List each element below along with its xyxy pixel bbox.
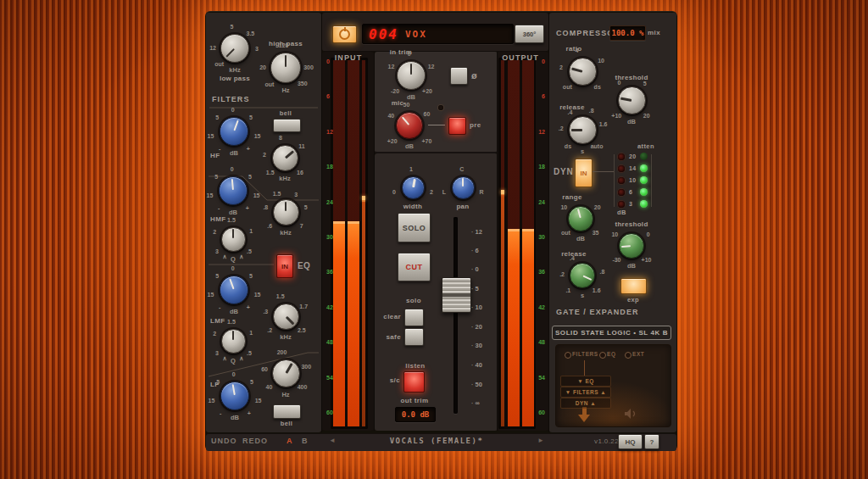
- fader-scale-mark: 20: [471, 323, 482, 331]
- output-meter-peak-bar: [501, 60, 504, 426]
- input-meter-scale: 60: [326, 409, 333, 415]
- input-meter-scale: 30: [326, 234, 333, 240]
- hf-freq-knob[interactable]: 82111.516kHz: [272, 145, 298, 171]
- atten-red-led: [618, 165, 625, 172]
- lmf-gain-knob[interactable]: 0551515-+dB: [220, 276, 248, 304]
- highpass-knob[interactable]: 20120300350outHzhigh pass: [270, 53, 301, 83]
- input-meter-scale: 42: [326, 304, 333, 310]
- fader-scale-mark: 6: [471, 247, 479, 254]
- plugin-screenshot: 004 VOX 360° FILTERS HF HMF LMF LF bell …: [0, 0, 868, 479]
- routing-radio-label: EQ: [607, 351, 616, 357]
- comp-ratio-knob[interactable]: 4210outdsratio: [569, 58, 597, 86]
- output-meter-scale: 12: [533, 129, 545, 135]
- fader-scale-mark: 10: [471, 304, 482, 311]
- lmf-freq-knob[interactable]: 1.5.31.7.22.5kHz: [273, 304, 299, 330]
- fader-scale-mark: ∞: [471, 399, 480, 407]
- input-meter-peak-dot: [362, 196, 365, 200]
- gate-range-knob[interactable]: 1020out35dBrange: [568, 206, 593, 231]
- in-trim-knob[interactable]: 01212-20+20dBin trim: [397, 61, 426, 90]
- atten-green-led: [640, 153, 648, 160]
- lf-freq-knob[interactable]: 2006030040400Hz: [272, 359, 300, 387]
- atten-green-led: [640, 176, 648, 184]
- output-meter-bar: [522, 60, 534, 426]
- routing-radio-ext[interactable]: [625, 352, 632, 359]
- comp-release-knob[interactable]: .4.8.21.6dsautosrelease: [569, 116, 597, 144]
- atten-db-value: 14: [629, 165, 637, 171]
- lf-gain-knob[interactable]: 0551515-+dB: [220, 382, 249, 410]
- pan-knob[interactable]: CLRpan: [452, 176, 475, 199]
- input-meter-scale: 12: [326, 129, 333, 135]
- input-meter-scale: 24: [326, 199, 333, 205]
- output-meter-scale: 42: [533, 304, 545, 310]
- output-meter-scale: 36: [533, 269, 545, 275]
- routing-radio-filters[interactable]: [565, 352, 571, 359]
- atten-db-value: 20: [629, 153, 637, 159]
- output-meter-scale: 48: [533, 339, 545, 345]
- fader-scale-mark: 30: [471, 342, 482, 349]
- atten-green-led: [640, 188, 648, 196]
- output-meter-scale: 60: [533, 409, 545, 415]
- input-meter-bar: [333, 60, 345, 426]
- routing-radio-label: EXT: [632, 351, 644, 357]
- atten-green-led: [640, 164, 648, 172]
- output-meter-scale: 24: [533, 199, 545, 205]
- routing-radio-eq[interactable]: [599, 352, 606, 359]
- fader-scale-mark: 5: [471, 285, 479, 292]
- input-meter-scale: 0: [326, 58, 330, 64]
- routing-row-filters[interactable]: ▼ FILTERS ▲: [560, 387, 611, 398]
- atten-db-value: 6: [629, 189, 632, 195]
- routing-row-dyn[interactable]: DYN ▲: [560, 398, 611, 409]
- output-meter-scale: 18: [533, 164, 545, 170]
- gate-threshold-knob[interactable]: 100-30+10dBthreshold: [619, 233, 644, 259]
- fader-scale-mark: 12: [471, 228, 482, 236]
- fader-scale-mark: 0: [471, 265, 479, 273]
- atten-red-led: [618, 177, 625, 184]
- comp-threshold-knob[interactable]: 05+1020dBthreshold: [618, 86, 646, 114]
- atten-red-led: [618, 201, 625, 208]
- atten-db-value: 3: [629, 201, 632, 207]
- input-meter-scale: 36: [326, 269, 333, 275]
- hmf-q-knob[interactable]: 1.5213.5∧∧Q: [221, 227, 246, 252]
- lowpass-knob[interactable]: 1253.53outkHzlow pass: [220, 34, 249, 63]
- atten-green-led: [640, 200, 648, 208]
- input-meter-scale: 6: [326, 93, 330, 99]
- input-meter-scale: 48: [326, 339, 333, 345]
- hmf-freq-knob[interactable]: 1.5.835.67kHz: [273, 199, 299, 226]
- width-knob[interactable]: 102width: [402, 176, 425, 199]
- hmf-gain-knob[interactable]: 0551515-+dB: [219, 176, 248, 205]
- fader-scale-mark: 40: [471, 361, 482, 369]
- input-meter-scale: 54: [326, 375, 333, 381]
- fader-scale-mark: 50: [471, 381, 482, 388]
- output-meter-bar: [508, 60, 520, 426]
- mic-gain-knob[interactable]: 504060+20+70dBmic: [396, 112, 423, 139]
- atten-red-led: [618, 153, 625, 160]
- routing-row-eq[interactable]: ▼ EQ: [560, 376, 611, 387]
- atten-db-value: 10: [629, 177, 637, 183]
- output-meter-scale: 54: [533, 375, 545, 381]
- output-meter-peak-dot: [501, 190, 504, 194]
- lmf-q-knob[interactable]: 1.5213.5∧∧Q: [221, 329, 246, 354]
- gate-release-knob[interactable]: .4.2.8.11.6srelease: [570, 263, 595, 288]
- input-meter-peak-bar: [362, 60, 365, 426]
- input-meter-bar: [348, 60, 359, 426]
- hf-gain-knob[interactable]: 0551515-+dB: [220, 117, 248, 146]
- output-meter-scale: 30: [533, 234, 545, 240]
- output-meter-scale: 0: [533, 58, 545, 64]
- routing-radio-label: FILTERS: [572, 351, 598, 357]
- input-meter-scale: 18: [326, 164, 333, 170]
- output-meter-scale: 6: [533, 93, 545, 99]
- atten-red-led: [618, 189, 625, 196]
